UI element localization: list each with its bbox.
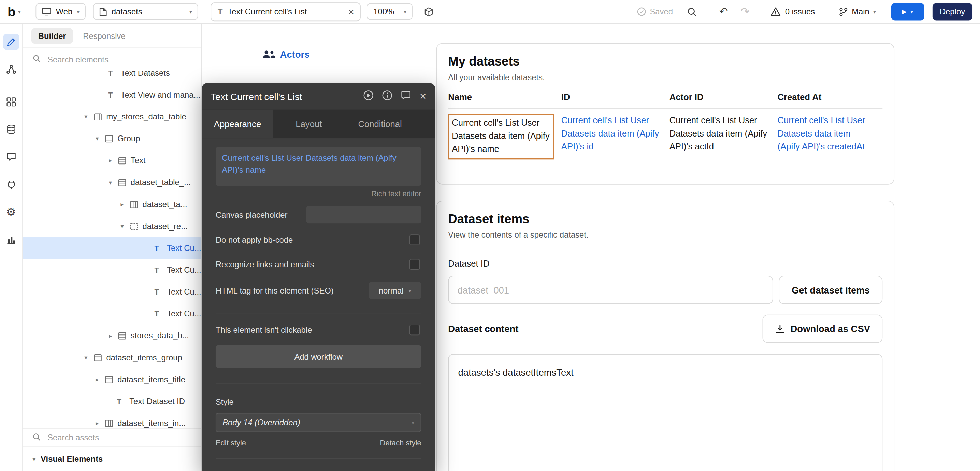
platform-selector[interactable]: Web ▾: [36, 3, 86, 20]
chevron-down-icon: ▾: [404, 8, 406, 15]
recognize-links-checkbox[interactable]: [409, 259, 420, 270]
caret-right-icon[interactable]: ▸: [95, 420, 105, 426]
settings-gear-icon[interactable]: ⚙: [3, 204, 19, 220]
tree-item-text-cu[interactable]: TText Cu...: [22, 259, 201, 281]
tab-appearance[interactable]: Appearance: [202, 110, 273, 138]
close-icon[interactable]: ×: [420, 91, 426, 102]
tree-item-label: Text Cu...: [167, 287, 201, 296]
text-element-icon: T: [218, 7, 223, 16]
tree-item-label: dataset_items_group: [106, 353, 182, 362]
element-tree-panel: Builder Responsive TText DatasetsTText V…: [22, 24, 202, 471]
comment-icon[interactable]: [401, 90, 412, 103]
close-icon[interactable]: ×: [348, 7, 354, 16]
actors-heading[interactable]: Actors: [262, 49, 310, 59]
tree-item-label: Group: [118, 134, 140, 143]
tree-item-text-datasets[interactable]: TText Datasets: [22, 71, 201, 84]
caret-down-icon[interactable]: ▾: [95, 135, 105, 142]
caret-right-icon[interactable]: ▸: [121, 200, 130, 207]
tree-item-text-dataset-id[interactable]: TText Dataset ID: [22, 390, 201, 412]
property-inspector: Text Current cell's List × Appearance La…: [202, 83, 435, 471]
redo-icon[interactable]: ↷: [740, 6, 749, 17]
warning-triangle-icon: [771, 7, 781, 16]
rich-text-expression-input[interactable]: Current cell's List User Datasets data i…: [216, 147, 422, 186]
tab-conditional[interactable]: Conditional: [344, 110, 415, 138]
tree-item-my-stores-data-table[interactable]: ▾my_stores_data_table: [22, 106, 201, 128]
run-workflow-icon[interactable]: [363, 90, 374, 103]
top-toolbar: b ▾ Web ▾ datasets ▾ T Text Current cell…: [0, 0, 980, 24]
tree-item-dataset-items-in[interactable]: ▸dataset_items_in...: [22, 412, 201, 429]
tree-item-text-cu[interactable]: TText Cu...: [22, 237, 201, 259]
tab-layout[interactable]: Layout: [273, 110, 344, 138]
deploy-button[interactable]: Deploy: [932, 3, 972, 20]
caret-right-icon[interactable]: ▸: [109, 157, 118, 164]
canvas-placeholder-input[interactable]: [306, 206, 421, 223]
my-datasets-card[interactable]: My datasets All your available datasets.…: [436, 43, 894, 184]
caret-right-icon[interactable]: ▸: [95, 376, 105, 383]
logs-chart-icon[interactable]: [3, 231, 19, 248]
caret-down-icon[interactable]: ▾: [109, 179, 118, 186]
tree-item-text-view-and-mana[interactable]: TText View and mana...: [22, 84, 201, 106]
dataset-cell[interactable]: Current cell's List User Datasets data i…: [448, 114, 561, 160]
dataset-items-card[interactable]: Dataset items View the contents of a spe…: [436, 200, 894, 471]
text-element-icon: T: [108, 91, 119, 99]
caret-right-icon[interactable]: ▸: [109, 332, 118, 339]
tree-item-dataset-items-title[interactable]: ▸dataset_items_title: [22, 368, 201, 390]
database-icon[interactable]: [3, 121, 19, 138]
chevron-down-icon: ▾: [412, 420, 414, 426]
design-pencil-icon[interactable]: [3, 34, 19, 50]
tree-item-dataset-table[interactable]: ▾dataset_table_...: [22, 171, 201, 193]
app-logo-menu[interactable]: b ▾: [8, 5, 21, 18]
tree-item-stores-data-b[interactable]: ▸stores_data_b...: [22, 325, 201, 347]
dataset-cell[interactable]: Current cell's List User Datasets data i…: [778, 114, 883, 160]
info-icon[interactable]: [382, 90, 393, 103]
layout-grid-icon[interactable]: [3, 94, 19, 110]
dataset-id-input[interactable]: [448, 276, 773, 304]
column-header-id: ID: [561, 92, 670, 102]
tab-builder[interactable]: Builder: [32, 28, 73, 44]
download-csv-button[interactable]: Download as CSV: [763, 315, 883, 343]
table-element-icon: [130, 200, 141, 208]
caret-down-icon[interactable]: ▾: [121, 223, 130, 229]
visual-elements-section[interactable]: ▾ Visual Elements: [22, 446, 201, 471]
dataset-cell[interactable]: Current cell's List User Datasets data i…: [561, 114, 670, 160]
tree-item-label: Text Cu...: [167, 309, 201, 318]
undo-icon[interactable]: ↶: [719, 6, 728, 17]
open-element-tab[interactable]: T Text Current cell's List ×: [211, 2, 361, 21]
issues-indicator[interactable]: 0 issues: [771, 7, 815, 16]
tree-item-group[interactable]: ▾Group: [22, 128, 201, 150]
html-tag-select[interactable]: normal ▾: [369, 282, 422, 299]
zoom-selector[interactable]: 100% ▾: [367, 3, 413, 20]
search-elements-input[interactable]: [46, 54, 184, 65]
tree-item-dataset-re[interactable]: ▾dataset_re...: [22, 215, 201, 237]
edit-style-link[interactable]: Edit style: [216, 439, 246, 447]
workflow-icon[interactable]: [3, 61, 19, 78]
branch-selector[interactable]: Main ▾: [839, 6, 876, 16]
tree-item-text-cu[interactable]: TText Cu...: [22, 303, 201, 325]
not-clickable-checkbox[interactable]: [409, 325, 420, 335]
plugin-icon[interactable]: [3, 177, 19, 193]
get-dataset-items-button[interactable]: Get dataset items: [779, 276, 883, 304]
selected-element-outline[interactable]: Current cell's List User Datasets data i…: [448, 114, 554, 160]
tab-responsive[interactable]: Responsive: [83, 31, 125, 40]
tree-item-text-cu[interactable]: TText Cu...: [22, 281, 201, 303]
style-select[interactable]: Body 14 (Overridden) ▾: [216, 413, 422, 433]
add-workflow-button[interactable]: Add workflow: [216, 345, 422, 368]
caret-down-icon[interactable]: ▾: [84, 354, 94, 361]
dataset-content-box[interactable]: datasets's datasetItemsText: [448, 354, 882, 471]
tree-item-dataset-items-group[interactable]: ▾dataset_items_group: [22, 347, 201, 368]
search-assets-input[interactable]: [46, 432, 171, 443]
tree-item-text[interactable]: ▸Text: [22, 150, 201, 171]
detach-style-link[interactable]: Detach style: [380, 439, 422, 447]
rich-text-editor-link[interactable]: Rich text editor: [216, 189, 422, 198]
bbcode-checkbox[interactable]: [409, 234, 420, 245]
caret-down-icon[interactable]: ▾: [84, 113, 94, 120]
search-icon[interactable]: [687, 6, 697, 16]
deploy-label: Deploy: [940, 7, 965, 16]
tree-item-dataset-ta[interactable]: ▸dataset_ta...: [22, 193, 201, 215]
dataset-cell[interactable]: Current cell's List User Datasets data i…: [670, 114, 778, 160]
preview-button[interactable]: ▶ ▾: [891, 3, 924, 20]
component-library-button[interactable]: [424, 6, 434, 16]
chat-icon[interactable]: [3, 149, 19, 165]
inspector-header[interactable]: Text Current cell's List ×: [202, 83, 435, 110]
page-selector[interactable]: datasets ▾: [94, 3, 199, 20]
